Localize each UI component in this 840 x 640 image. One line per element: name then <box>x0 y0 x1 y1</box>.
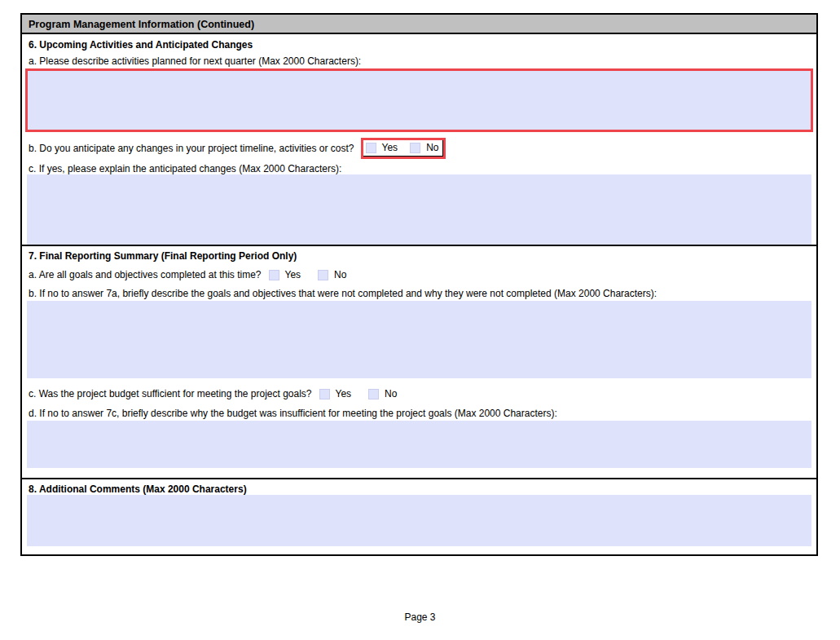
q7a-no-checkbox[interactable] <box>318 270 328 280</box>
q6b-row: b. Do you anticipate any changes in your… <box>29 139 810 158</box>
q7a-row: a. Are all goals and objectives complete… <box>29 268 810 281</box>
q7c-no-checkbox[interactable] <box>368 389 379 399</box>
section-6-title: 6. Upcoming Activities and Anticipated C… <box>29 39 253 51</box>
section-8-title: 8. Additional Comments (Max 2000 Charact… <box>29 483 247 495</box>
q7c-no-pair: No <box>368 388 397 399</box>
q7a-yes-checkbox[interactable] <box>269 270 279 280</box>
q6a-label: a. Please describe activities planned fo… <box>29 55 361 67</box>
q6b-yes-checkbox[interactable] <box>366 143 376 153</box>
page-number: Page 3 <box>0 611 840 623</box>
q7a-label: a. Are all goals and objectives complete… <box>29 269 262 280</box>
form-header-title: Program Management Information (Continue… <box>22 15 816 34</box>
q7d-label: d. If no to answer 7c, briefly describe … <box>29 408 557 419</box>
section-8-additional-comments: 8. Additional Comments (Max 2000 Charact… <box>22 478 816 554</box>
q6b-no-cell: No <box>407 140 443 157</box>
q6a-required-highlight <box>25 68 813 132</box>
q6b-yes-label: Yes <box>382 142 398 153</box>
q6c-label: c. If yes, please explain the anticipate… <box>29 163 341 174</box>
q6b-no-checkbox[interactable] <box>410 143 420 153</box>
q6b-label: b. Do you anticipate any changes in your… <box>29 143 354 154</box>
q6a-textarea[interactable] <box>28 71 811 130</box>
q6b-required-highlight: Yes No <box>361 138 446 159</box>
q7c-yes-checkbox[interactable] <box>319 389 330 399</box>
q7d-textarea[interactable] <box>27 421 811 468</box>
program-management-form: Program Management Information (Continue… <box>20 13 818 556</box>
section-7-final-reporting: 7. Final Reporting Summary (Final Report… <box>22 245 816 478</box>
q8-textarea[interactable] <box>27 495 811 546</box>
q7a-yes-label: Yes <box>285 269 301 280</box>
section-7-title: 7. Final Reporting Summary (Final Report… <box>29 250 297 262</box>
section-6-upcoming-activities: 6. Upcoming Activities and Anticipated C… <box>22 34 816 245</box>
q6b-yes-cell: Yes <box>363 140 408 157</box>
q7c-no-label: No <box>385 388 397 399</box>
q7c-yes-label: Yes <box>336 388 352 399</box>
q6b-no-label: No <box>426 142 438 153</box>
q6c-textarea[interactable] <box>27 174 811 245</box>
q7a-yes-pair: Yes <box>269 269 301 280</box>
q7c-yes-pair: Yes <box>319 388 352 399</box>
q7a-no-label: No <box>334 269 346 280</box>
q7a-no-pair: No <box>318 269 346 280</box>
q7c-label: c. Was the project budget sufficient for… <box>29 388 312 399</box>
q7b-textarea[interactable] <box>27 301 811 378</box>
q7b-label: b. If no to answer 7a, briefly describe … <box>29 288 657 299</box>
q7c-row: c. Was the project budget sufficient for… <box>29 387 810 400</box>
